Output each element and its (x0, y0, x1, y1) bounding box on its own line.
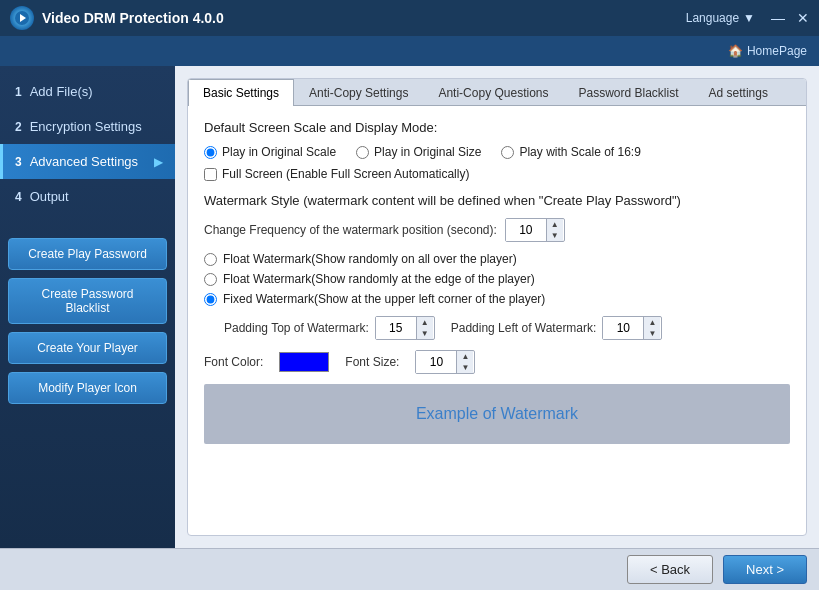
next-button[interactable]: Next > (723, 555, 807, 584)
padding-left-up[interactable]: ▲ (644, 317, 660, 328)
back-button[interactable]: < Back (627, 555, 713, 584)
change-freq-input[interactable]: 10 (506, 219, 546, 241)
change-freq-up[interactable]: ▲ (547, 219, 563, 230)
screen-scale-radio-group: Play in Original Scale Play in Original … (204, 145, 790, 159)
tab-password-blacklist[interactable]: Password Blacklist (564, 79, 694, 106)
font-size-label: Font Size: (345, 355, 399, 369)
radio-16-9[interactable]: Play with Scale of 16:9 (501, 145, 640, 159)
font-color-picker[interactable] (279, 352, 329, 372)
font-size-arrows: ▲ ▼ (456, 351, 473, 373)
radio-float-edge-input[interactable] (204, 273, 217, 286)
font-size-spinbox[interactable]: 10 ▲ ▼ (415, 350, 475, 374)
main-layout: 1 Add File(s) 2 Encryption Settings 3 Ad… (0, 66, 819, 548)
app-title: Video DRM Protection 4.0.0 (42, 10, 224, 26)
sidebar-num-1: 1 (15, 85, 22, 99)
minimize-button[interactable]: — (771, 10, 785, 26)
sidebar-arrow-icon: ▶ (154, 155, 163, 169)
radio-original-size-input[interactable] (356, 146, 369, 159)
create-your-player-button[interactable]: Create Your Player (8, 332, 167, 364)
language-selector[interactable]: Language ▼ (686, 11, 755, 25)
tab-basic-settings[interactable]: Basic Settings (188, 79, 294, 106)
padding-left-input[interactable]: 10 (603, 317, 643, 339)
radio-fixed-input[interactable] (204, 293, 217, 306)
panel-body: Default Screen Scale and Display Mode: P… (188, 106, 806, 458)
padding-left-label: Padding Left of Watermark: (451, 321, 597, 335)
content-panel: Basic Settings Anti-Copy Settings Anti-C… (187, 78, 807, 536)
subtitlebar: 🏠 HomePage (0, 36, 819, 66)
radio-original-size[interactable]: Play in Original Size (356, 145, 481, 159)
sidebar-item-add-files[interactable]: 1 Add File(s) (0, 74, 175, 109)
sidebar-label-add-files: Add File(s) (30, 84, 93, 99)
titlebar-right: Language ▼ — ✕ (686, 10, 809, 26)
font-size-up[interactable]: ▲ (457, 351, 473, 362)
radio-float-all[interactable]: Float Watermark(Show randomly on all ove… (204, 252, 790, 266)
radio-float-all-label: Float Watermark(Show randomly on all ove… (223, 252, 517, 266)
radio-16-9-label: Play with Scale of 16:9 (519, 145, 640, 159)
watermark-example-text: Example of Watermark (416, 405, 578, 423)
language-dropdown-icon: ▼ (743, 11, 755, 25)
window-controls: — ✕ (771, 10, 809, 26)
change-freq-row: Change Frequency of the watermark positi… (204, 218, 790, 242)
titlebar: Video DRM Protection 4.0.0 Language ▼ — … (0, 0, 819, 36)
padding-top-item: Padding Top of Watermark: 15 ▲ ▼ (224, 316, 435, 340)
create-password-blacklist-button[interactable]: Create Password Blacklist (8, 278, 167, 324)
tabs-bar: Basic Settings Anti-Copy Settings Anti-C… (188, 79, 806, 106)
home-icon: 🏠 (728, 44, 743, 58)
sidebar-item-advanced[interactable]: 3 Advanced Settings ▶ (0, 144, 175, 179)
sidebar-num-3: 3 (15, 155, 22, 169)
font-color-label: Font Color: (204, 355, 263, 369)
radio-original-scale[interactable]: Play in Original Scale (204, 145, 336, 159)
language-label: Language (686, 11, 739, 25)
change-freq-arrows: ▲ ▼ (546, 219, 563, 241)
font-size-down[interactable]: ▼ (457, 362, 473, 373)
change-freq-label: Change Frequency of the watermark positi… (204, 223, 497, 237)
padding-top-up[interactable]: ▲ (417, 317, 433, 328)
sidebar: 1 Add File(s) 2 Encryption Settings 3 Ad… (0, 66, 175, 548)
fullscreen-checkbox[interactable] (204, 168, 217, 181)
padding-left-spinbox[interactable]: 10 ▲ ▼ (602, 316, 662, 340)
fullscreen-label: Full Screen (Enable Full Screen Automati… (222, 167, 469, 181)
homepage-label: HomePage (747, 44, 807, 58)
radio-original-scale-label: Play in Original Scale (222, 145, 336, 159)
sidebar-item-output[interactable]: 4 Output (0, 179, 175, 214)
radio-fixed[interactable]: Fixed Watermark(Show at the upper left c… (204, 292, 790, 306)
padding-top-arrows: ▲ ▼ (416, 317, 433, 339)
bottom-bar: < Back Next > (0, 548, 819, 590)
close-button[interactable]: ✕ (797, 10, 809, 26)
padding-top-down[interactable]: ▼ (417, 328, 433, 339)
watermark-section-title: Watermark Style (watermark content will … (204, 193, 790, 208)
titlebar-left: Video DRM Protection 4.0.0 (10, 6, 224, 30)
font-size-input[interactable]: 10 (416, 351, 456, 373)
sidebar-item-encryption[interactable]: 2 Encryption Settings (0, 109, 175, 144)
radio-fixed-label: Fixed Watermark(Show at the upper left c… (223, 292, 545, 306)
padding-left-arrows: ▲ ▼ (643, 317, 660, 339)
padding-row: Padding Top of Watermark: 15 ▲ ▼ Padding… (224, 316, 790, 340)
radio-float-edge[interactable]: Float Watermark(Show randomly at the edg… (204, 272, 790, 286)
sidebar-label-output: Output (30, 189, 69, 204)
watermark-radio-group: Float Watermark(Show randomly on all ove… (204, 252, 790, 306)
radio-16-9-input[interactable] (501, 146, 514, 159)
sidebar-label-encryption: Encryption Settings (30, 119, 142, 134)
radio-original-size-label: Play in Original Size (374, 145, 481, 159)
sidebar-buttons: Create Play Password Create Password Bla… (0, 230, 175, 412)
tab-anti-copy-settings[interactable]: Anti-Copy Settings (294, 79, 423, 106)
modify-player-icon-button[interactable]: Modify Player Icon (8, 372, 167, 404)
padding-left-down[interactable]: ▼ (644, 328, 660, 339)
app-logo (10, 6, 34, 30)
watermark-example: Example of Watermark (204, 384, 790, 444)
padding-top-label: Padding Top of Watermark: (224, 321, 369, 335)
padding-top-input[interactable]: 15 (376, 317, 416, 339)
sidebar-label-advanced: Advanced Settings (30, 154, 138, 169)
homepage-link[interactable]: 🏠 HomePage (728, 44, 807, 58)
screen-scale-title: Default Screen Scale and Display Mode: (204, 120, 790, 135)
radio-original-scale-input[interactable] (204, 146, 217, 159)
tab-anti-copy-questions[interactable]: Anti-Copy Questions (423, 79, 563, 106)
padding-top-spinbox[interactable]: 15 ▲ ▼ (375, 316, 435, 340)
sidebar-num-2: 2 (15, 120, 22, 134)
radio-float-all-input[interactable] (204, 253, 217, 266)
change-freq-down[interactable]: ▼ (547, 230, 563, 241)
create-play-password-button[interactable]: Create Play Password (8, 238, 167, 270)
fullscreen-checkbox-item[interactable]: Full Screen (Enable Full Screen Automati… (204, 167, 790, 181)
tab-ad-settings[interactable]: Ad settings (694, 79, 783, 106)
change-freq-spinbox[interactable]: 10 ▲ ▼ (505, 218, 565, 242)
